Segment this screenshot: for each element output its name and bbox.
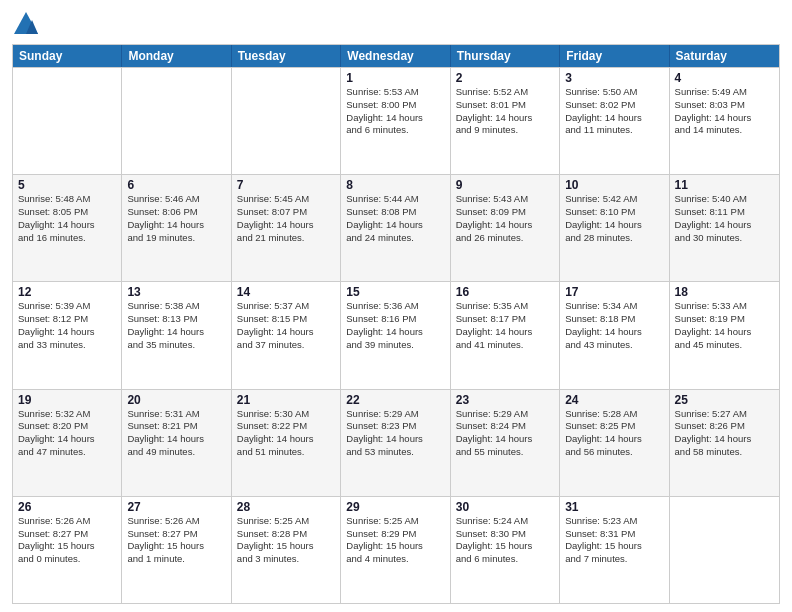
day-number: 15 xyxy=(346,285,444,299)
day-number: 1 xyxy=(346,71,444,85)
day-number: 31 xyxy=(565,500,663,514)
day-number: 5 xyxy=(18,178,116,192)
calendar-cell: 2Sunrise: 5:52 AM Sunset: 8:01 PM Daylig… xyxy=(451,68,560,174)
day-info: Sunrise: 5:30 AM Sunset: 8:22 PM Dayligh… xyxy=(237,408,335,459)
calendar-cell: 8Sunrise: 5:44 AM Sunset: 8:08 PM Daylig… xyxy=(341,175,450,281)
day-info: Sunrise: 5:46 AM Sunset: 8:06 PM Dayligh… xyxy=(127,193,225,244)
day-info: Sunrise: 5:34 AM Sunset: 8:18 PM Dayligh… xyxy=(565,300,663,351)
calendar-cell: 20Sunrise: 5:31 AM Sunset: 8:21 PM Dayli… xyxy=(122,390,231,496)
calendar-cell: 4Sunrise: 5:49 AM Sunset: 8:03 PM Daylig… xyxy=(670,68,779,174)
day-info: Sunrise: 5:28 AM Sunset: 8:25 PM Dayligh… xyxy=(565,408,663,459)
header xyxy=(12,10,780,38)
calendar-cell: 11Sunrise: 5:40 AM Sunset: 8:11 PM Dayli… xyxy=(670,175,779,281)
day-info: Sunrise: 5:32 AM Sunset: 8:20 PM Dayligh… xyxy=(18,408,116,459)
calendar-cell: 1Sunrise: 5:53 AM Sunset: 8:00 PM Daylig… xyxy=(341,68,450,174)
day-number: 18 xyxy=(675,285,774,299)
day-number: 4 xyxy=(675,71,774,85)
day-info: Sunrise: 5:37 AM Sunset: 8:15 PM Dayligh… xyxy=(237,300,335,351)
day-info: Sunrise: 5:31 AM Sunset: 8:21 PM Dayligh… xyxy=(127,408,225,459)
day-number: 27 xyxy=(127,500,225,514)
calendar-row-1: 1Sunrise: 5:53 AM Sunset: 8:00 PM Daylig… xyxy=(13,67,779,174)
day-info: Sunrise: 5:39 AM Sunset: 8:12 PM Dayligh… xyxy=(18,300,116,351)
day-info: Sunrise: 5:33 AM Sunset: 8:19 PM Dayligh… xyxy=(675,300,774,351)
calendar-row-2: 5Sunrise: 5:48 AM Sunset: 8:05 PM Daylig… xyxy=(13,174,779,281)
day-info: Sunrise: 5:25 AM Sunset: 8:29 PM Dayligh… xyxy=(346,515,444,566)
day-info: Sunrise: 5:26 AM Sunset: 8:27 PM Dayligh… xyxy=(127,515,225,566)
calendar-cell xyxy=(670,497,779,603)
calendar-cell: 29Sunrise: 5:25 AM Sunset: 8:29 PM Dayli… xyxy=(341,497,450,603)
calendar-cell: 18Sunrise: 5:33 AM Sunset: 8:19 PM Dayli… xyxy=(670,282,779,388)
day-info: Sunrise: 5:36 AM Sunset: 8:16 PM Dayligh… xyxy=(346,300,444,351)
calendar: SundayMondayTuesdayWednesdayThursdayFrid… xyxy=(12,44,780,604)
calendar-cell: 21Sunrise: 5:30 AM Sunset: 8:22 PM Dayli… xyxy=(232,390,341,496)
day-info: Sunrise: 5:40 AM Sunset: 8:11 PM Dayligh… xyxy=(675,193,774,244)
day-number: 3 xyxy=(565,71,663,85)
day-info: Sunrise: 5:42 AM Sunset: 8:10 PM Dayligh… xyxy=(565,193,663,244)
day-number: 23 xyxy=(456,393,554,407)
day-number: 24 xyxy=(565,393,663,407)
calendar-cell: 6Sunrise: 5:46 AM Sunset: 8:06 PM Daylig… xyxy=(122,175,231,281)
calendar-cell: 14Sunrise: 5:37 AM Sunset: 8:15 PM Dayli… xyxy=(232,282,341,388)
day-info: Sunrise: 5:53 AM Sunset: 8:00 PM Dayligh… xyxy=(346,86,444,137)
logo xyxy=(12,10,44,38)
day-number: 28 xyxy=(237,500,335,514)
day-info: Sunrise: 5:29 AM Sunset: 8:23 PM Dayligh… xyxy=(346,408,444,459)
day-number: 30 xyxy=(456,500,554,514)
calendar-cell: 3Sunrise: 5:50 AM Sunset: 8:02 PM Daylig… xyxy=(560,68,669,174)
header-day-monday: Monday xyxy=(122,45,231,67)
calendar-cell: 31Sunrise: 5:23 AM Sunset: 8:31 PM Dayli… xyxy=(560,497,669,603)
day-number: 13 xyxy=(127,285,225,299)
day-info: Sunrise: 5:27 AM Sunset: 8:26 PM Dayligh… xyxy=(675,408,774,459)
day-info: Sunrise: 5:48 AM Sunset: 8:05 PM Dayligh… xyxy=(18,193,116,244)
day-number: 7 xyxy=(237,178,335,192)
day-number: 22 xyxy=(346,393,444,407)
calendar-cell: 30Sunrise: 5:24 AM Sunset: 8:30 PM Dayli… xyxy=(451,497,560,603)
day-number: 6 xyxy=(127,178,225,192)
day-number: 21 xyxy=(237,393,335,407)
day-info: Sunrise: 5:43 AM Sunset: 8:09 PM Dayligh… xyxy=(456,193,554,244)
calendar-cell: 15Sunrise: 5:36 AM Sunset: 8:16 PM Dayli… xyxy=(341,282,450,388)
day-number: 25 xyxy=(675,393,774,407)
calendar-cell: 9Sunrise: 5:43 AM Sunset: 8:09 PM Daylig… xyxy=(451,175,560,281)
day-info: Sunrise: 5:24 AM Sunset: 8:30 PM Dayligh… xyxy=(456,515,554,566)
day-number: 9 xyxy=(456,178,554,192)
day-info: Sunrise: 5:23 AM Sunset: 8:31 PM Dayligh… xyxy=(565,515,663,566)
calendar-cell: 27Sunrise: 5:26 AM Sunset: 8:27 PM Dayli… xyxy=(122,497,231,603)
day-number: 29 xyxy=(346,500,444,514)
logo-icon xyxy=(12,10,40,38)
calendar-row-5: 26Sunrise: 5:26 AM Sunset: 8:27 PM Dayli… xyxy=(13,496,779,603)
calendar-cell: 17Sunrise: 5:34 AM Sunset: 8:18 PM Dayli… xyxy=(560,282,669,388)
header-day-friday: Friday xyxy=(560,45,669,67)
day-number: 14 xyxy=(237,285,335,299)
calendar-row-4: 19Sunrise: 5:32 AM Sunset: 8:20 PM Dayli… xyxy=(13,389,779,496)
day-info: Sunrise: 5:52 AM Sunset: 8:01 PM Dayligh… xyxy=(456,86,554,137)
calendar-cell: 13Sunrise: 5:38 AM Sunset: 8:13 PM Dayli… xyxy=(122,282,231,388)
header-day-sunday: Sunday xyxy=(13,45,122,67)
day-number: 20 xyxy=(127,393,225,407)
day-number: 17 xyxy=(565,285,663,299)
day-number: 11 xyxy=(675,178,774,192)
calendar-header: SundayMondayTuesdayWednesdayThursdayFrid… xyxy=(13,45,779,67)
calendar-cell xyxy=(232,68,341,174)
day-info: Sunrise: 5:25 AM Sunset: 8:28 PM Dayligh… xyxy=(237,515,335,566)
calendar-cell xyxy=(122,68,231,174)
calendar-cell: 19Sunrise: 5:32 AM Sunset: 8:20 PM Dayli… xyxy=(13,390,122,496)
day-info: Sunrise: 5:38 AM Sunset: 8:13 PM Dayligh… xyxy=(127,300,225,351)
calendar-cell: 26Sunrise: 5:26 AM Sunset: 8:27 PM Dayli… xyxy=(13,497,122,603)
day-number: 12 xyxy=(18,285,116,299)
day-number: 8 xyxy=(346,178,444,192)
day-info: Sunrise: 5:44 AM Sunset: 8:08 PM Dayligh… xyxy=(346,193,444,244)
day-number: 10 xyxy=(565,178,663,192)
day-info: Sunrise: 5:35 AM Sunset: 8:17 PM Dayligh… xyxy=(456,300,554,351)
calendar-cell: 28Sunrise: 5:25 AM Sunset: 8:28 PM Dayli… xyxy=(232,497,341,603)
calendar-cell: 5Sunrise: 5:48 AM Sunset: 8:05 PM Daylig… xyxy=(13,175,122,281)
calendar-body: 1Sunrise: 5:53 AM Sunset: 8:00 PM Daylig… xyxy=(13,67,779,603)
calendar-row-3: 12Sunrise: 5:39 AM Sunset: 8:12 PM Dayli… xyxy=(13,281,779,388)
day-number: 2 xyxy=(456,71,554,85)
calendar-cell: 22Sunrise: 5:29 AM Sunset: 8:23 PM Dayli… xyxy=(341,390,450,496)
calendar-cell xyxy=(13,68,122,174)
calendar-cell: 12Sunrise: 5:39 AM Sunset: 8:12 PM Dayli… xyxy=(13,282,122,388)
page: SundayMondayTuesdayWednesdayThursdayFrid… xyxy=(0,0,792,612)
calendar-cell: 10Sunrise: 5:42 AM Sunset: 8:10 PM Dayli… xyxy=(560,175,669,281)
calendar-cell: 24Sunrise: 5:28 AM Sunset: 8:25 PM Dayli… xyxy=(560,390,669,496)
